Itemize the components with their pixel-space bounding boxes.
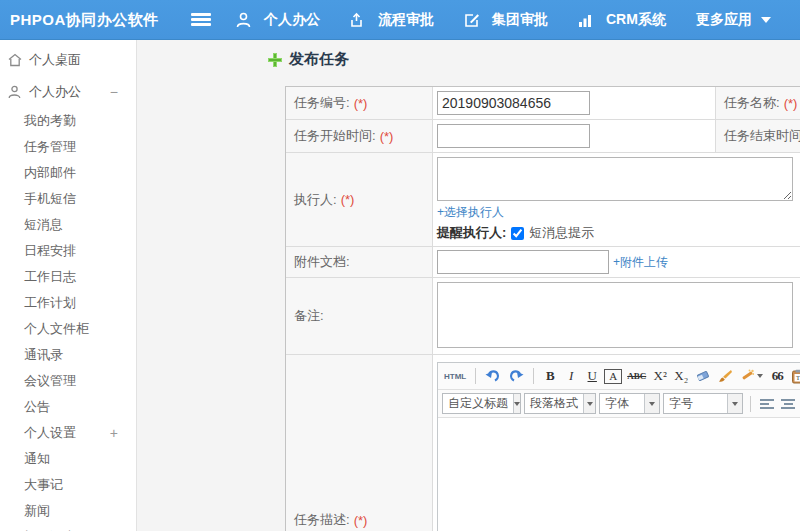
sidebar-item-label: 通讯录	[24, 346, 63, 364]
form-row-remark: 备注:	[286, 278, 800, 355]
label-text: 任务描述:	[294, 511, 350, 529]
bar-chart-icon	[578, 13, 594, 28]
caret-down-icon	[727, 394, 742, 413]
required-mark: (*)	[354, 96, 368, 111]
executor-label: 执行人: (*)	[286, 153, 433, 246]
label-text: 任务编号:	[294, 94, 350, 112]
svg-text:T: T	[796, 374, 800, 381]
editor-toolbar-row1: HTML B I U A ABC X² X₂	[438, 363, 800, 390]
task-number-input[interactable]	[437, 91, 590, 115]
align-left-icon[interactable]	[760, 398, 774, 410]
eraser-icon[interactable]	[693, 366, 713, 386]
sidebar-item-short-message[interactable]: 短消息	[0, 212, 136, 238]
underline-button[interactable]: U	[583, 366, 601, 386]
superscript-button[interactable]: X²	[651, 366, 669, 386]
html-source-button[interactable]: HTML	[442, 366, 468, 386]
sidebar-item-label: 个人办公	[29, 83, 81, 101]
attachment-cell: +附件上传	[433, 247, 800, 277]
sidebar-item-schedule[interactable]: 日程安排	[0, 238, 136, 264]
nav-group-approval[interactable]: 集团审批	[464, 11, 548, 29]
nav-crm-system[interactable]: CRM系统	[578, 11, 666, 29]
nav-label: 个人办公	[264, 11, 320, 29]
start-time-input[interactable]	[437, 124, 590, 148]
font-family-select[interactable]: 字体	[599, 393, 660, 414]
sidebar-item-task-management[interactable]: 任务管理	[0, 134, 136, 160]
remark-textarea[interactable]	[437, 282, 793, 348]
label-text: 执行人:	[294, 191, 337, 209]
edit-icon	[464, 12, 480, 28]
remark-cell	[433, 278, 800, 354]
undo-icon[interactable]	[483, 366, 503, 386]
sidebar-item-events[interactable]: 大事记	[0, 472, 136, 498]
magic-wand-icon[interactable]	[738, 366, 765, 386]
nav-personal-office[interactable]: 个人办公	[236, 11, 320, 29]
sidebar-item-label: 个人桌面	[29, 51, 81, 69]
nav-label: 集团审批	[492, 11, 548, 29]
form-row-description: 任务描述: (*) HTML B I U A	[286, 355, 800, 531]
paragraph-format-select[interactable]: 段落格式	[524, 393, 596, 414]
attachment-upload-link[interactable]: +附件上传	[613, 254, 668, 271]
app-logo: PHPOA协同办公软件	[10, 0, 159, 40]
toolbar-separator	[750, 396, 751, 412]
caret-down-icon	[513, 394, 520, 413]
sidebar-item-announcement[interactable]: 公告	[0, 394, 136, 420]
sidebar-item-label: 我的考勤	[24, 112, 76, 130]
sidebar-item-label: 公告	[24, 398, 50, 416]
brush-icon[interactable]	[716, 366, 735, 386]
sidebar: 个人桌面 个人办公 − 我的考勤 任务管理 内部邮件 手机短信 短消息 日程安排…	[0, 40, 137, 531]
choose-executor-link[interactable]: +选择执行人	[437, 204, 504, 221]
page-title: 发布任务	[289, 50, 349, 69]
editor-content-area[interactable]	[438, 418, 800, 531]
caret-down-icon	[644, 394, 659, 413]
label-text: 任务结束时间:	[724, 127, 800, 145]
redo-icon[interactable]	[506, 366, 526, 386]
sidebar-item-work-log[interactable]: 工作日志	[0, 264, 136, 290]
paste-text-icon[interactable]: T	[789, 366, 800, 386]
sidebar-item-notice[interactable]: 通知	[0, 446, 136, 472]
menu-toggle-icon[interactable]	[191, 13, 211, 27]
sidebar-item-meeting[interactable]: 会议管理	[0, 368, 136, 394]
attachment-input[interactable]	[437, 250, 609, 274]
sidebar-item-label: 新闻	[24, 502, 50, 520]
strikethrough-button[interactable]: ABC	[625, 366, 648, 386]
nav-label: 流程审批	[378, 11, 434, 29]
add-icon	[268, 53, 282, 67]
italic-button[interactable]: I	[562, 366, 580, 386]
executor-textarea[interactable]	[437, 157, 793, 201]
sms-remind-checkbox[interactable]	[511, 227, 524, 240]
subscript-button[interactable]: X₂	[672, 366, 690, 386]
sidebar-item-file-cabinet[interactable]: 个人文件柜	[0, 316, 136, 342]
align-center-icon[interactable]	[781, 398, 795, 410]
font-size-select[interactable]: 字号	[663, 393, 743, 414]
form-row-executor: 执行人: (*) +选择执行人 提醒执行人: 短消息提示	[286, 153, 800, 247]
sidebar-item-label: 日程安排	[24, 242, 76, 260]
sidebar-item-desktop[interactable]: 个人桌面	[0, 44, 136, 76]
home-icon	[8, 53, 24, 67]
process-icon	[350, 12, 366, 28]
sidebar-item-work-plan[interactable]: 工作计划	[0, 290, 136, 316]
required-mark: (*)	[354, 513, 368, 528]
sidebar-item-sms[interactable]: 手机短信	[0, 186, 136, 212]
bold-button[interactable]: B	[541, 366, 559, 386]
sidebar-item-news[interactable]: 新闻	[0, 498, 136, 524]
sidebar-item-attendance[interactable]: 我的考勤	[0, 108, 136, 134]
highlight-button[interactable]: A	[604, 369, 622, 384]
collapse-icon[interactable]: −	[110, 84, 118, 100]
sidebar-item-vote[interactable]: 投票调查	[0, 524, 136, 531]
sidebar-item-contacts[interactable]: 通讯录	[0, 342, 136, 368]
custom-heading-select[interactable]: 自定义标题	[442, 393, 521, 414]
sidebar-item-label: 手机短信	[24, 190, 76, 208]
expand-icon[interactable]: +	[110, 425, 118, 441]
sidebar-item-personal-office[interactable]: 个人办公 −	[0, 76, 136, 108]
remind-option-label: 短消息提示	[529, 224, 594, 242]
blockquote-button[interactable]: 66	[768, 366, 786, 386]
nav-more-apps[interactable]: 更多应用	[696, 11, 771, 29]
label-text: 任务开始时间:	[294, 127, 376, 145]
caret-down-icon	[761, 17, 771, 23]
label-text: 任务名称:	[724, 94, 780, 112]
caret-down-icon	[757, 374, 763, 378]
sidebar-item-personal-settings[interactable]: 个人设置 +	[0, 420, 136, 446]
sidebar-item-internal-mail[interactable]: 内部邮件	[0, 160, 136, 186]
select-value: 字号	[664, 394, 727, 413]
nav-process-approval[interactable]: 流程审批	[350, 11, 434, 29]
